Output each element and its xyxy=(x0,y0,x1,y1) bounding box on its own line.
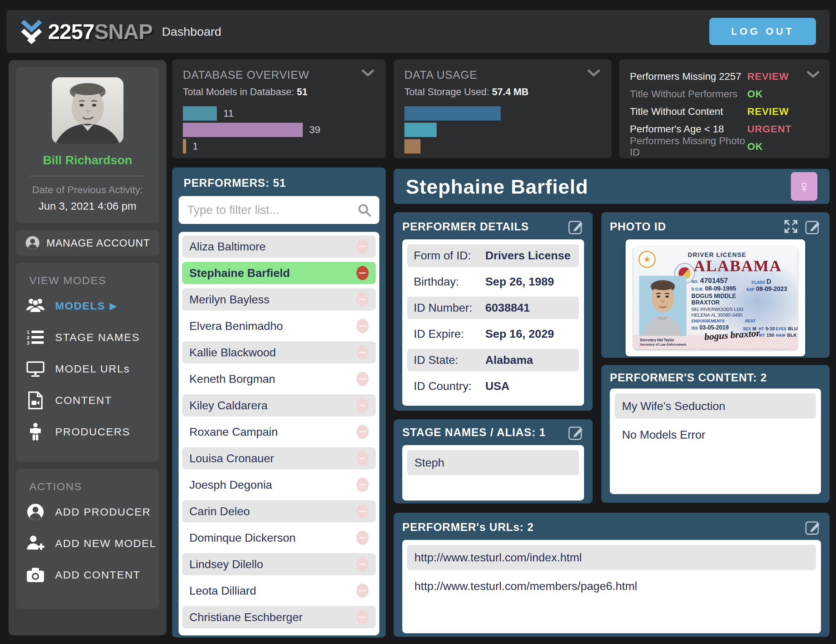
edit-icon[interactable] xyxy=(568,424,584,441)
sidebar-item-stage-names[interactable]: 1 2 3 STAGE NAMES xyxy=(16,322,159,353)
performer-name-header: Stephaine Barfield ♀ xyxy=(394,169,829,204)
license-exp: 08-09-2023 xyxy=(756,285,787,292)
performer-content-card: My Wife's Seduction No Models Error xyxy=(610,388,821,494)
app-logo: 2257SNAP xyxy=(20,19,152,44)
female-gender-button[interactable]: ♀ xyxy=(791,172,817,201)
bar-row: 11 xyxy=(183,106,375,121)
add-content-button[interactable]: ADD CONTENT xyxy=(16,559,159,591)
dashboard-root: 2257SNAP Dashboard LOG OUT xyxy=(0,0,836,644)
license-portrait xyxy=(639,276,686,336)
remove-performer-icon[interactable] xyxy=(356,398,369,412)
remove-performer-icon[interactable] xyxy=(356,266,369,280)
performer-row[interactable]: Louisa Cronauer xyxy=(182,447,376,470)
remove-performer-icon[interactable] xyxy=(356,372,369,386)
svg-text:2: 2 xyxy=(27,335,29,340)
bar xyxy=(183,106,217,121)
action-label: ADD PRODUCER xyxy=(55,506,151,518)
edit-icon[interactable] xyxy=(805,519,821,536)
remove-performer-icon[interactable] xyxy=(356,345,369,360)
stage-name-item[interactable]: Steph xyxy=(407,450,579,475)
actions-title: ACTIONS xyxy=(29,481,159,492)
total-storage-text: Total Storage Used: 57.4 MB xyxy=(404,86,601,98)
performer-name: Merilyn Bayless xyxy=(189,293,269,306)
remove-performer-icon[interactable] xyxy=(356,240,369,254)
bar xyxy=(404,123,437,137)
sidebar-item-content[interactable]: CONTENT xyxy=(16,385,159,416)
search-icon[interactable] xyxy=(357,203,371,217)
add-producer-button[interactable]: ADD PRODUCER xyxy=(16,496,159,528)
content-item[interactable]: My Wife's Seduction xyxy=(615,393,816,419)
action-label: ADD CONTENT xyxy=(55,569,140,581)
remove-performer-icon[interactable] xyxy=(356,451,369,465)
alert-label: Performers Missing Photo ID xyxy=(630,135,747,158)
sidebar-item-model-urls[interactable]: MODEL URLs xyxy=(16,353,159,385)
manage-account-label: MANAGE ACCOUNT xyxy=(47,237,150,249)
add-new-model-button[interactable]: ADD NEW MODEL xyxy=(16,528,159,559)
performer-row[interactable]: Kallie Blackwood xyxy=(182,341,376,364)
total-models-text: Total Models in Database: 51 xyxy=(183,86,375,98)
chevron-down-icon[interactable] xyxy=(586,69,601,77)
performer-row[interactable]: Dominque Dickerson xyxy=(182,527,376,549)
remove-performer-icon[interactable] xyxy=(356,557,369,571)
remove-performer-icon[interactable] xyxy=(356,292,369,307)
performer-row[interactable]: Stephaine Barfield xyxy=(182,262,376,284)
view-modes-title: VIEW MODES xyxy=(29,274,159,287)
person-add-icon xyxy=(16,535,55,552)
performer-details-title: PERFORMER DETAILS xyxy=(402,220,529,233)
chevron-down-icon[interactable] xyxy=(361,69,375,77)
remove-performer-icon[interactable] xyxy=(356,319,369,333)
performer-row[interactable]: Keneth Borgman xyxy=(182,368,376,390)
performer-row[interactable]: Kiley Caldarera xyxy=(182,394,376,416)
alert-label: Title Without Content xyxy=(630,106,747,117)
remove-performer-icon[interactable] xyxy=(356,504,369,518)
bar xyxy=(404,139,421,153)
performer-row[interactable]: Roxane Campain xyxy=(182,421,376,443)
logout-button[interactable]: LOG OUT xyxy=(709,18,816,45)
performer-row[interactable]: Leota Dilliard xyxy=(182,580,376,602)
activity-value: Jun 3, 2021 4:06 pm xyxy=(16,200,159,212)
media-file-icon xyxy=(16,391,55,409)
performers-list: Aliza Baltimore Stephaine Barfield Meril… xyxy=(179,232,379,636)
performer-row[interactable]: Aliza Baltimore xyxy=(182,235,376,258)
manage-account-button[interactable]: MANAGE ACCOUNT xyxy=(16,230,159,256)
performer-row[interactable]: Carin Deleo xyxy=(182,500,376,522)
remove-performer-icon[interactable] xyxy=(356,531,369,545)
sidebar-item-models[interactable]: MODELS ▶ xyxy=(16,290,159,322)
url-item[interactable]: http://www.testurl.com/index.html xyxy=(407,545,816,570)
performer-urls-panel: PERFORMER's URLs: 2 http://www.testurl.c… xyxy=(394,513,829,637)
alert-status: OK xyxy=(747,88,819,100)
performer-row[interactable]: Lindsey Dilello xyxy=(182,553,376,575)
performer-name: Christiane Eschberger xyxy=(189,611,303,624)
user-name: Bill Richardson xyxy=(16,153,159,167)
sidebar-item-producers[interactable]: PRODUCERS xyxy=(16,416,159,448)
logo-text: 2257SNAP xyxy=(48,19,152,44)
remove-performer-icon[interactable] xyxy=(356,425,369,439)
performer-row[interactable]: Christiane Eschberger xyxy=(182,606,376,628)
bar-value-label: 1 xyxy=(193,140,198,152)
performer-content-panel: PERFORMER'S CONTENT: 2 My Wife's Seducti… xyxy=(601,365,829,503)
performer-row[interactable]: Merilyn Bayless xyxy=(182,289,376,311)
alerts-card: Performers Missing 2257 REVIEW Title Wit… xyxy=(619,59,829,158)
profile-card: Bill Richardson Date of Previous Activit… xyxy=(16,67,159,223)
license-state: ALABAMA xyxy=(694,256,782,275)
remove-performer-icon[interactable] xyxy=(356,610,369,624)
content-item[interactable]: No Models Error xyxy=(615,422,816,447)
alert-status: OK xyxy=(747,141,819,152)
edit-icon[interactable] xyxy=(568,218,584,235)
edit-icon[interactable] xyxy=(805,218,821,235)
performer-row[interactable]: Joesph Degonia xyxy=(182,474,376,496)
search-input[interactable] xyxy=(186,203,357,217)
chevron-down-icon[interactable] xyxy=(806,70,820,79)
remove-performer-icon[interactable] xyxy=(356,478,369,492)
performer-row[interactable]: Elvera Benimadho xyxy=(182,315,376,337)
expand-icon[interactable] xyxy=(783,218,799,234)
alert-status: REVIEW xyxy=(747,106,819,117)
alert-row: Performer's Age < 18 URGENT xyxy=(630,121,819,137)
performer-name: Kallie Blackwood xyxy=(189,346,276,359)
people-icon xyxy=(16,298,55,314)
url-item[interactable]: http://www.testurl.com/members/page6.htm… xyxy=(407,574,816,598)
performer-content-title: PERFORMER'S CONTENT: 2 xyxy=(610,372,767,384)
alert-status: URGENT xyxy=(747,124,819,135)
remove-performer-icon[interactable] xyxy=(356,584,369,598)
bar xyxy=(404,106,501,121)
